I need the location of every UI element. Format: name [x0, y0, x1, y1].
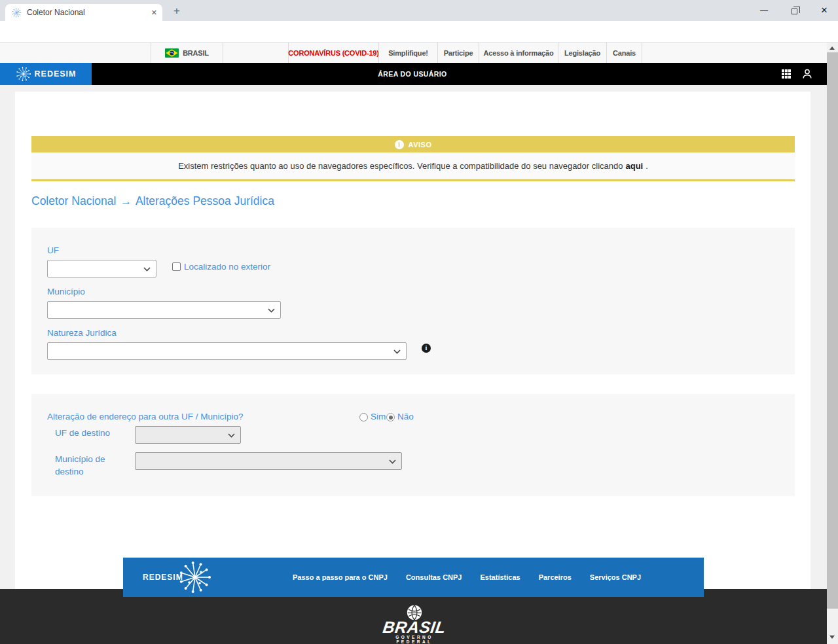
municipio-destino-label: Município de destino — [55, 453, 128, 478]
scroll-up-arrow-icon[interactable] — [829, 46, 835, 50]
apps-grid-icon[interactable] — [782, 69, 791, 79]
footer-redesim-wordmark: REDESIM — [143, 573, 183, 582]
notice-link[interactable]: aqui — [625, 161, 643, 171]
redesim-wordmark: REDESIM — [35, 69, 77, 79]
natureza-label: Natureza Jurídica — [47, 328, 117, 338]
gov-top-bar: BRASIL CORONAVÍRUS (COVID-19) Simplifiqu… — [0, 43, 838, 63]
window-close-button[interactable]: ✕ — [809, 0, 838, 21]
footer-link-estatisticas[interactable]: Estatísticas — [480, 573, 520, 581]
redesim-logo[interactable]: REDESIM — [0, 63, 92, 85]
radio-nao-label[interactable]: Não — [397, 412, 414, 421]
arrow-icon: → — [116, 194, 136, 207]
uf-label: UF — [47, 245, 59, 255]
scroll-down-arrow-icon[interactable] — [829, 635, 835, 639]
govbar-item-simplifique[interactable]: Simplifique! — [378, 43, 437, 63]
govbar-item-participe[interactable]: Participe — [437, 43, 479, 63]
natureza-info-icon[interactable]: i — [422, 344, 431, 353]
radio-sim[interactable] — [359, 413, 368, 421]
uf-destino-select — [135, 426, 241, 444]
chevron-down-icon — [389, 459, 396, 464]
restore-icon — [792, 9, 797, 14]
exterior-label[interactable]: Localizado no exterior — [184, 262, 270, 272]
scrollbar-thumb[interactable] — [827, 52, 838, 609]
address-change-question: Alteração de endereço para outra UF / Mu… — [47, 412, 243, 421]
radio-sim-label[interactable]: Sim — [371, 412, 386, 421]
page-title-left: Coletor Nacional — [31, 194, 116, 207]
chevron-down-icon — [143, 267, 151, 272]
user-person-icon[interactable] — [801, 68, 813, 82]
chevron-down-icon — [228, 433, 235, 438]
municipio-select[interactable] — [47, 301, 281, 319]
notice-banner-header: i AVISO — [31, 136, 795, 152]
browser-toolbar: ← → ↻ www38.receita.fazenda.gov.br/redes… — [0, 21, 838, 43]
govbar-brasil[interactable]: BRASIL — [151, 43, 223, 63]
govbar-spacer — [223, 43, 288, 63]
govbar-item-acesso[interactable]: Acesso à informação — [479, 43, 558, 63]
browser-titlebar: Coletor Nacional ✕ + — ✕ — [0, 0, 838, 21]
radio-nao[interactable] — [386, 413, 395, 421]
notice-suffix: . — [646, 161, 648, 171]
govbar-item-canais[interactable]: Canais — [606, 43, 642, 63]
browser-tab[interactable]: Coletor Nacional ✕ — [5, 4, 162, 21]
govbar-item-legislacao[interactable]: Legislação — [558, 43, 606, 63]
user-area-link[interactable]: ÁREA DO USUÁRIO — [378, 63, 446, 85]
site-header: REDESIM ÁREA DO USUÁRIO — [0, 63, 838, 85]
page-title: Coletor Nacional→Alterações Pessoa Juríd… — [31, 194, 274, 208]
info-icon: i — [395, 140, 404, 149]
notice-banner-body: Existem restrições quanto ao uso de nave… — [31, 152, 795, 181]
municipio-label: Município — [47, 287, 85, 296]
uf-destino-label: UF de destino — [55, 428, 110, 438]
page-scrollbar[interactable] — [827, 43, 838, 644]
notice-text: Existem restrições quanto ao uso de nave… — [178, 161, 623, 171]
page-title-right: Alterações Pessoa Jurídica — [136, 194, 274, 207]
blue-footer-bar: REDESIM Passo a passo para o CNPJ Consul… — [123, 558, 704, 597]
natureza-select[interactable] — [47, 342, 407, 360]
exterior-checkbox[interactable] — [172, 262, 181, 271]
govbar-item-coronavirus[interactable]: CORONAVÍRUS (COVID-19) — [288, 43, 378, 63]
notice-title: AVISO — [409, 141, 432, 149]
footer-link-passo-a-passo[interactable]: Passo a passo para o CNPJ — [293, 573, 388, 581]
tab-title: Coletor Nacional — [27, 8, 151, 17]
tab-close-icon[interactable]: ✕ — [151, 9, 157, 17]
new-tab-button[interactable]: + — [169, 3, 185, 19]
municipio-destino-select — [135, 452, 402, 470]
tab-favicon — [12, 8, 22, 18]
govbar-brasil-label: BRASIL — [183, 49, 209, 57]
footer-link-parceiros[interactable]: Parceiros — [539, 573, 572, 581]
window-minimize-button[interactable]: — — [749, 0, 779, 21]
footer-link-consultas-cnpj[interactable]: Consultas CNPJ — [406, 573, 462, 581]
uf-select[interactable] — [47, 260, 156, 277]
chevron-down-icon — [393, 349, 401, 354]
chevron-down-icon — [268, 308, 275, 313]
brasil-governo-federal-logo: BRASIL GOVERNO FEDERAL — [378, 603, 450, 641]
footer-redesim-logo: REDESIM — [143, 560, 212, 594]
brazil-flag-icon — [165, 48, 179, 58]
address-change-form-section — [31, 394, 795, 496]
window-restore-button[interactable] — [779, 0, 809, 21]
redesim-starburst-icon — [16, 66, 31, 82]
brasil-wordmark: BRASIL — [377, 618, 452, 637]
governo-federal-label: GOVERNO FEDERAL — [378, 635, 450, 644]
footer-link-servicos-cnpj[interactable]: Serviços CNPJ — [590, 573, 641, 581]
